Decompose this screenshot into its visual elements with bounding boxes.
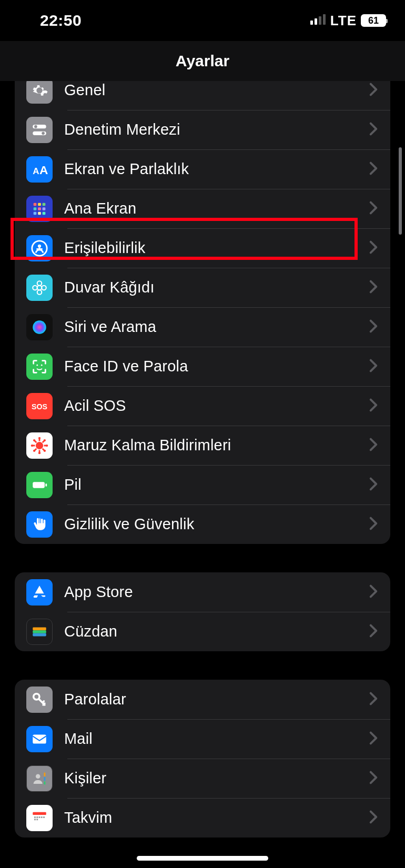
settings-row-passwords[interactable]: Parolalar: [15, 680, 390, 719]
svg-rect-10: [34, 203, 37, 206]
settings-row-label: Takvim: [64, 809, 369, 826]
svg-point-7: [42, 132, 45, 135]
settings-row-accessibility[interactable]: Erişilebilirlik: [15, 228, 390, 268]
settings-row-exposure[interactable]: Maruz Kalma Bildirimleri: [15, 426, 390, 465]
battery-icon: 61: [361, 14, 386, 27]
svg-point-20: [38, 244, 41, 247]
settings-row-label: Kişiler: [64, 770, 369, 787]
settings-row-display[interactable]: AAEkran ve Parlaklık: [15, 149, 390, 189]
settings-group-main-settings: GenelDenetim MerkeziAAEkran ve Parlaklık…: [15, 81, 390, 544]
settings-row-calendar[interactable]: Takvim: [15, 798, 390, 837]
svg-rect-65: [41, 816, 43, 818]
scroll-indicator[interactable]: [399, 147, 402, 235]
svg-rect-2: [319, 16, 321, 25]
svg-rect-17: [38, 211, 41, 215]
svg-point-32: [36, 441, 43, 449]
svg-rect-67: [34, 819, 36, 820]
page-title: Ayarlar: [176, 52, 229, 70]
chevron-right-icon: [369, 810, 378, 826]
settings-row-label: Ana Ekran: [64, 200, 369, 217]
svg-rect-16: [34, 211, 37, 215]
settings-row-faceid[interactable]: Face ID ve Parola: [15, 347, 390, 386]
settings-row-contacts[interactable]: Kişiler: [15, 759, 390, 798]
svg-rect-66: [43, 816, 45, 818]
svg-rect-1: [315, 18, 317, 25]
svg-rect-58: [44, 777, 46, 781]
settings-row-wallet[interactable]: Cüzdan: [15, 612, 390, 651]
siri-icon: [26, 314, 53, 340]
svg-rect-18: [43, 211, 46, 215]
svg-point-30: [41, 364, 43, 366]
settings-row-label: Face ID ve Parola: [64, 358, 369, 375]
switches-icon: [26, 117, 53, 143]
settings-row-label: Maruz Kalma Bildirimleri: [64, 437, 369, 454]
svg-point-5: [34, 125, 37, 128]
chevron-right-icon: [369, 83, 378, 98]
settings-row-appstore[interactable]: App Store: [15, 572, 390, 612]
settings-row-privacy[interactable]: Gizlilik ve Güvenlik: [15, 504, 390, 544]
settings-row-label: Denetim Merkezi: [64, 121, 369, 138]
chevron-right-icon: [369, 122, 378, 138]
chevron-right-icon: [369, 280, 378, 296]
chevron-right-icon: [369, 584, 378, 600]
aa-icon: AA: [26, 156, 53, 183]
home-indicator[interactable]: [137, 856, 268, 861]
settings-row-mail[interactable]: Mail: [15, 719, 390, 759]
svg-point-56: [36, 774, 40, 779]
virus-icon: [26, 432, 53, 459]
battery-icon: [26, 472, 53, 498]
settings-row-control-center[interactable]: Denetim Merkezi: [15, 110, 390, 149]
chevron-right-icon: [369, 240, 378, 256]
settings-group-store-wallet: App StoreCüzdan: [15, 572, 390, 651]
flower-icon: [26, 275, 53, 301]
settings-row-label: Pil: [64, 476, 369, 493]
settings-group-accounts: ParolalarMailKişilerTakvim: [15, 680, 390, 837]
hand-icon: [26, 511, 53, 538]
settings-row-label: Parolalar: [64, 691, 369, 708]
status-time: 22:50: [40, 12, 82, 29]
chevron-right-icon: [369, 692, 378, 708]
settings-row-label: Ekran ve Parlaklık: [64, 160, 369, 178]
svg-text:A: A: [39, 163, 48, 176]
svg-rect-55: [33, 734, 46, 743]
wallet-icon: [26, 619, 53, 645]
svg-rect-11: [38, 203, 41, 206]
settings-content[interactable]: GenelDenetim MerkeziAAEkran ve Parlaklık…: [0, 81, 405, 868]
svg-point-23: [37, 285, 42, 290]
svg-point-27: [42, 285, 46, 290]
settings-row-siri[interactable]: Siri ve Arama: [15, 307, 390, 347]
settings-row-label: Cüzdan: [64, 623, 369, 640]
face-icon: [26, 354, 53, 380]
settings-row-home-screen[interactable]: Ana Ekran: [15, 189, 390, 228]
gear-icon: [26, 81, 53, 104]
svg-rect-52: [33, 630, 46, 633]
chevron-right-icon: [369, 731, 378, 747]
svg-rect-59: [44, 781, 46, 784]
svg-rect-57: [44, 772, 46, 776]
svg-rect-50: [45, 483, 47, 487]
screen: 22:50 LTE 61 Ayarlar GenelDenetim Merkez…: [0, 0, 405, 868]
svg-point-29: [36, 364, 38, 366]
svg-point-41: [38, 437, 40, 439]
settings-row-label: Genel: [64, 82, 369, 99]
settings-row-sos[interactable]: SOSAcil SOS: [15, 386, 390, 426]
calendar-icon: [26, 805, 53, 831]
sos-icon: SOS: [26, 393, 53, 419]
chevron-right-icon: [369, 771, 378, 786]
svg-text:A: A: [33, 166, 39, 176]
cellular-signal-icon: [310, 14, 326, 27]
network-type: LTE: [330, 13, 357, 29]
settings-row-label: Gizlilik ve Güvenlik: [64, 516, 369, 533]
svg-rect-62: [34, 816, 36, 818]
svg-point-47: [33, 449, 35, 451]
chevron-right-icon: [369, 477, 378, 493]
battery-percent: 61: [368, 15, 379, 26]
svg-rect-0: [310, 21, 313, 25]
settings-row-battery[interactable]: Pil: [15, 465, 390, 504]
settings-row-wallpaper[interactable]: Duvar Kâğıdı: [15, 268, 390, 307]
svg-rect-49: [33, 482, 45, 488]
status-bar: 22:50 LTE 61: [0, 0, 405, 41]
settings-row-general[interactable]: Genel: [15, 81, 390, 110]
nav-header: Ayarlar: [0, 41, 405, 81]
chevron-right-icon: [369, 359, 378, 375]
